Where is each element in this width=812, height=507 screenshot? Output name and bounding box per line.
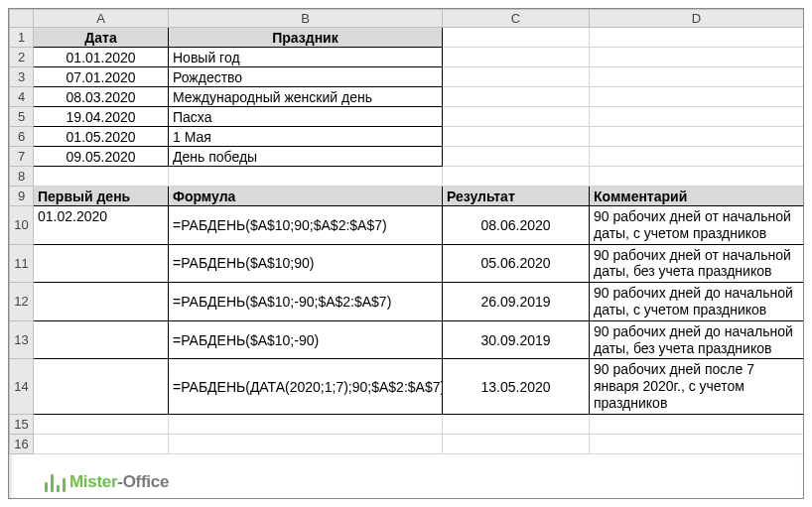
cell-B14[interactable]: =РАБДЕНЬ(ДАТА(2020;1;7);90;$A$2:$A$7) [169,359,443,414]
spreadsheet-grid: A B C D 1 Дата Праздник 2 01.01.2020 Нов… [9,9,804,454]
cell-D7[interactable] [590,147,804,167]
row-header-10[interactable]: 10 [10,206,34,245]
cell-C10[interactable]: 08.06.2020 [443,206,590,245]
cell-D16[interactable] [590,434,804,453]
col-header-B[interactable]: B [169,10,443,28]
cell-C8[interactable] [443,167,590,187]
cell-B8[interactable] [169,167,443,187]
cell-D11[interactable]: 90 рабочих дней от начальной даты, без у… [590,244,804,283]
row-header-9[interactable]: 9 [10,187,34,206]
cell-B9[interactable]: Формула [169,187,443,206]
cell-A15[interactable] [34,414,169,434]
cell-B1[interactable]: Праздник [169,28,443,48]
watermark-logo: Mister-Office [45,472,169,492]
cell-A12[interactable] [34,283,169,321]
row-header-13[interactable]: 13 [10,320,34,359]
cell-B5[interactable]: Пасха [169,107,443,127]
cell-B13[interactable]: =РАБДЕНЬ($A$10;-90) [169,320,443,359]
row-header-1[interactable]: 1 [10,28,34,48]
row-header-12[interactable]: 12 [10,283,34,321]
cell-C15[interactable] [443,414,590,434]
cell-D6[interactable] [590,127,804,147]
row-header-5[interactable]: 5 [10,107,34,127]
cell-A2[interactable]: 01.01.2020 [34,48,169,67]
cell-C12[interactable]: 26.09.2019 [443,283,590,321]
cell-A7[interactable]: 09.05.2020 [34,147,169,167]
cell-B10[interactable]: =РАБДЕНЬ($A$10;90;$A$2:$A$7) [169,206,443,245]
row-header-3[interactable]: 3 [10,67,34,87]
col-header-A[interactable]: A [34,10,169,28]
cell-B2[interactable]: Новый год [169,48,443,67]
cell-A3[interactable]: 07.01.2020 [34,67,169,87]
cell-C11[interactable]: 05.06.2020 [443,244,590,283]
row-header-6[interactable]: 6 [10,127,34,147]
row-header-8[interactable]: 8 [10,167,34,187]
cell-D3[interactable] [590,67,804,87]
col-header-C[interactable]: C [443,10,590,28]
cell-D9[interactable]: Комментарий [590,187,804,206]
cell-A16[interactable] [34,434,169,453]
cell-B6[interactable]: 1 Мая [169,127,443,147]
cell-A8[interactable] [34,167,169,187]
logo-bars-icon [45,472,66,492]
cell-A6[interactable]: 01.05.2020 [34,127,169,147]
cell-C2[interactable] [443,48,590,67]
col-header-D[interactable]: D [590,10,804,28]
cell-B3[interactable]: Рождество [169,67,443,87]
cell-C4[interactable] [443,87,590,107]
cell-A5[interactable]: 19.04.2020 [34,107,169,127]
spreadsheet-frame: A B C D 1 Дата Праздник 2 01.01.2020 Нов… [8,8,804,499]
cell-C9[interactable]: Результат [443,187,590,206]
cell-A13[interactable] [34,320,169,359]
cell-B15[interactable] [169,414,443,434]
cell-A10[interactable]: 01.02.2020 [34,206,169,245]
row-header-14[interactable]: 14 [10,359,34,414]
cell-C7[interactable] [443,147,590,167]
cell-B7[interactable]: День победы [169,147,443,167]
cell-D4[interactable] [590,87,804,107]
cell-A14[interactable] [34,359,169,414]
row-header-15[interactable]: 15 [10,414,34,434]
cell-D14[interactable]: 90 рабочих дней после 7 января 2020г., с… [590,359,804,414]
cell-A1[interactable]: Дата [34,28,169,48]
column-header-row: A B C D [10,10,804,28]
cell-B16[interactable] [169,434,443,453]
cell-B11[interactable]: =РАБДЕНЬ($A$10;90) [169,244,443,283]
cell-C1[interactable] [443,28,590,48]
cell-C13[interactable]: 30.09.2019 [443,320,590,359]
cell-C14[interactable]: 13.05.2020 [443,359,590,414]
cell-C16[interactable] [443,434,590,453]
row-header-7[interactable]: 7 [10,147,34,167]
cell-D2[interactable] [590,48,804,67]
row-header-16[interactable]: 16 [10,434,34,453]
cell-A11[interactable] [34,244,169,283]
cell-C5[interactable] [443,107,590,127]
cell-D12[interactable]: 90 рабочих дней до начальной даты, с уче… [590,283,804,321]
cell-D13[interactable]: 90 рабочих дней до начальной даты, без у… [590,320,804,359]
cell-D1[interactable] [590,28,804,48]
row-header-4[interactable]: 4 [10,87,34,107]
select-all-cell[interactable] [10,10,34,28]
row-header-11[interactable]: 11 [10,244,34,283]
cell-A9[interactable]: Первый день [34,187,169,206]
row-header-2[interactable]: 2 [10,48,34,67]
cell-C6[interactable] [443,127,590,147]
cell-B4[interactable]: Международный женский день [169,87,443,107]
cell-D15[interactable] [590,414,804,434]
cell-D5[interactable] [590,107,804,127]
cell-A4[interactable]: 08.03.2020 [34,87,169,107]
cell-C3[interactable] [443,67,590,87]
logo-text: Mister-Office [69,472,169,492]
cell-B12[interactable]: =РАБДЕНЬ($A$10;-90;$A$2:$A$7) [169,283,443,321]
cell-D8[interactable] [590,167,804,187]
cell-D10[interactable]: 90 рабочих дней от начальной даты, с уче… [590,206,804,245]
